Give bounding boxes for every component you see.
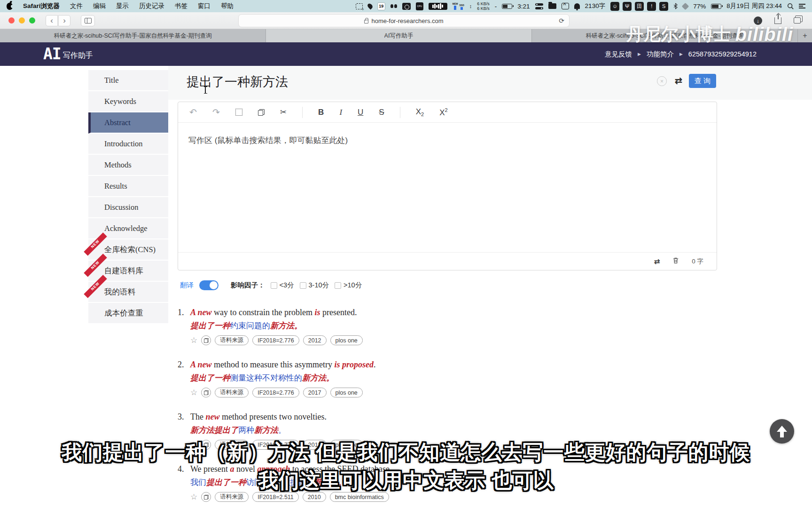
superscript-button[interactable]: X2 [439, 107, 447, 118]
favorite-star-icon[interactable]: ☆ [190, 389, 197, 397]
checkbox[interactable] [335, 282, 341, 289]
network-arrows-icon[interactable]: ↕ [469, 3, 472, 9]
copy-result-icon[interactable] [201, 388, 211, 397]
control-center-icon[interactable] [799, 4, 805, 8]
network-speed[interactable]: 6 KB/s6 KB/s [477, 1, 490, 11]
sidebar-item[interactable]: NEW Abstract [88, 112, 168, 134]
battery-time[interactable]: 3:21 [517, 3, 530, 10]
impact-filter-option[interactable]: 3-10分 [300, 281, 329, 290]
menu-item[interactable]: 书签 [175, 2, 187, 10]
copy-icon[interactable] [258, 109, 265, 116]
underline-button[interactable]: U [358, 108, 363, 117]
tag-source[interactable]: 语料来源 [215, 388, 249, 397]
battery-percent[interactable]: 77% [693, 3, 706, 10]
sidebar-item[interactable]: NEW 我的语料 [88, 282, 168, 303]
feedback-link[interactable]: 意见反馈 [605, 50, 632, 59]
menu-item[interactable]: Safari浏览器 [23, 2, 60, 10]
paw-icon[interactable] [390, 4, 397, 8]
mem-ssd-widget[interactable]: MEM SSD [453, 2, 464, 10]
tag-source[interactable]: 语料来源 [215, 335, 249, 345]
checkbox[interactable] [271, 282, 277, 289]
photos-icon[interactable] [562, 3, 569, 9]
menu-item[interactable]: 帮助 [221, 2, 234, 10]
camera-icon[interactable] [402, 3, 411, 10]
dash-item[interactable]: - [495, 3, 497, 10]
bell-icon[interactable] [574, 3, 580, 9]
address-bar[interactable]: home-for-researchers.com ⟳ [238, 14, 570, 27]
close-window-button[interactable] [8, 17, 15, 24]
sidebar-item[interactable]: NEW Discussion [88, 197, 168, 218]
word-count[interactable]: 2130字 [585, 2, 606, 10]
favorite-star-icon[interactable]: ☆ [190, 336, 197, 344]
swap-language-icon[interactable]: ⇄ [675, 75, 682, 86]
apple-menu-icon[interactable] [7, 3, 13, 10]
folder-icon[interactable] [548, 3, 556, 9]
writing-editor[interactable]: ↶ ↷ ✂ B I U S X2 X2 写作区 (鼠标单击搜索结果，即可黏贴至此… [178, 102, 717, 270]
copy-result-icon[interactable] [201, 335, 211, 345]
italic-button[interactable]: I [339, 108, 342, 117]
sidebar-item[interactable]: NEW Results [88, 176, 168, 197]
new-tab-button[interactable]: + [798, 29, 812, 42]
status-app-icon[interactable]: 田 [635, 2, 644, 11]
undo-icon[interactable]: ↶ [189, 107, 197, 118]
reload-icon[interactable]: ⟳ [559, 17, 564, 24]
menu-item[interactable]: 文件 [70, 2, 83, 10]
result-item[interactable]: 2. A new method to measure this asymmetr… [178, 359, 718, 397]
activity-histogram-icon[interactable] [429, 3, 447, 10]
translate-toggle[interactable] [199, 280, 219, 290]
result-english: 1. A new way to constrain the problem is… [178, 307, 718, 318]
features-link[interactable]: 功能简介 [647, 50, 674, 59]
menu-item[interactable]: 显示 [116, 2, 129, 10]
bluetooth-icon[interactable] [673, 3, 678, 9]
sidebar-item[interactable]: NEW 成本价查重 [88, 303, 168, 324]
battery-icon[interactable] [711, 4, 721, 9]
sidebar-item[interactable]: NEW Keywords [88, 91, 168, 112]
status-app-icon[interactable]: ☺ [610, 2, 619, 11]
sidebar-item-label: Title [104, 76, 119, 85]
bold-button[interactable]: B [318, 108, 324, 117]
result-item[interactable]: 1. A new way to constrain the problem is… [178, 307, 718, 345]
sidebar-toggle-button[interactable] [81, 15, 95, 26]
status-app-icon[interactable]: Ψ [623, 2, 632, 11]
menubar-clock[interactable]: 8月19日 周四 23:44 [726, 2, 782, 10]
cut-icon[interactable]: ✂ [280, 107, 287, 117]
text-segment: 新方法。 [270, 321, 302, 330]
cpu-widget-icon[interactable]: CPU [416, 2, 423, 10]
status-app-icon[interactable]: S [659, 2, 668, 11]
strikethrough-button[interactable]: S [379, 108, 384, 117]
sidebar-item[interactable]: NEW Methods [88, 155, 168, 176]
tab-overview-button[interactable] [794, 17, 801, 24]
sidebar-item[interactable]: NEW Title [88, 70, 168, 91]
sidebar-item[interactable]: NEW Introduction [88, 134, 168, 155]
editor-swap-icon[interactable]: ⇄ [654, 257, 660, 266]
switches-icon[interactable] [535, 3, 543, 9]
screenshot-icon[interactable] [356, 3, 363, 9]
app-logo[interactable]: AI 写作助手 [43, 47, 93, 61]
checkbox[interactable] [300, 282, 306, 289]
vpn-diamond-icon[interactable] [682, 2, 689, 10]
status-app-icon[interactable]: ! [647, 2, 656, 11]
forward-button[interactable]: › [58, 15, 70, 26]
user-id[interactable]: 625879325929254912 [688, 50, 757, 58]
subscript-button[interactable]: X2 [416, 107, 424, 117]
browser-tab[interactable]: AI写作助手 [266, 29, 532, 42]
clear-search-icon[interactable]: × [657, 76, 667, 86]
back-button[interactable]: ‹ [46, 15, 58, 26]
impact-filter-option[interactable]: <3分 [271, 281, 294, 290]
trash-icon[interactable] [672, 257, 679, 266]
redo-icon[interactable]: ↷ [212, 107, 220, 118]
battery-small-icon[interactable] [502, 4, 512, 9]
menu-item[interactable]: 编辑 [93, 2, 106, 10]
query-button[interactable]: 查 询 [689, 74, 716, 88]
ink-drop-icon[interactable] [367, 3, 374, 10]
select-all-icon[interactable] [235, 109, 242, 116]
calendar-icon[interactable]: 19 [377, 2, 385, 10]
menu-item[interactable]: 历史记录 [139, 2, 164, 10]
search-input[interactable]: 提出了一种新方法 [187, 73, 288, 90]
spotlight-search-icon[interactable] [787, 3, 794, 9]
impact-filter-option[interactable]: >10分 [335, 281, 362, 290]
menu-item[interactable]: 窗口 [198, 2, 211, 10]
minimize-window-button[interactable] [19, 17, 25, 24]
browser-tab[interactable]: 科研者之家-scihub-SCI写作助手-国家自然科学基金-期刊查询 [0, 29, 266, 42]
zoom-window-button[interactable] [29, 17, 35, 24]
